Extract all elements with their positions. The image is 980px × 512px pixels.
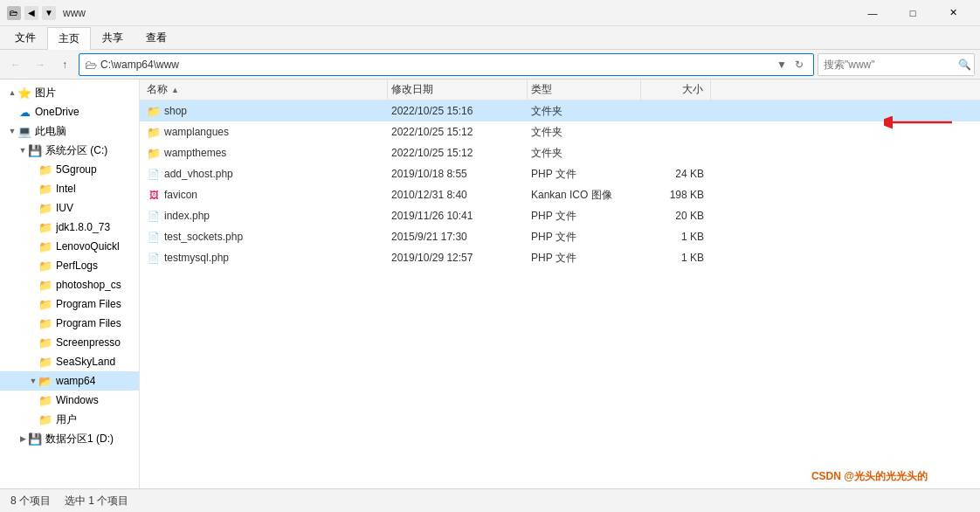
sidebar-item-programfiles[interactable]: 📁 Program Files — [0, 294, 139, 314]
sidebar-item-jdk[interactable]: 📁 jdk1.8.0_73 — [0, 218, 139, 237]
col-name-label: 名称 — [147, 82, 168, 97]
expand-spacer4 — [28, 203, 38, 213]
file-cell-type: 文件夹 — [528, 146, 641, 161]
sidebar-item-windows[interactable]: 📁 Windows — [0, 391, 139, 410]
file-name: index.php — [164, 210, 210, 222]
folder-icon-screenpresso: 📁 — [38, 336, 52, 349]
file-cell-size: 198 KB — [641, 189, 711, 201]
folder-icon-perflogs: 📁 — [38, 259, 52, 273]
sidebar-label-screenpresso: Screenpresso — [56, 336, 121, 349]
sidebar-item-cdrive[interactable]: ▼ 💾 系统分区 (C:) — [0, 141, 139, 160]
tab-home[interactable]: 主页 — [47, 27, 91, 50]
sidebar-item-ddrive[interactable]: ▶ 💾 数据分区1 (D:) — [0, 429, 139, 448]
sidebar-label-thispc: 此电脑 — [35, 124, 66, 139]
col-date-label: 修改日期 — [391, 82, 433, 97]
sidebar-item-wamp64[interactable]: ▼ 📂 wamp64 — [0, 371, 139, 391]
item-count: 8 个项目 — [10, 494, 51, 509]
php-icon-testmysql: 📄 — [147, 251, 161, 265]
table-row[interactable]: 📄 index.php 2019/11/26 10:41 PHP 文件 20 K… — [140, 205, 980, 226]
table-row[interactable]: 🖼 favicon 2010/12/31 8:40 Kankan ICO 图像 … — [140, 184, 980, 205]
tab-file[interactable]: 文件 — [3, 26, 47, 49]
col-header-date[interactable]: 修改日期 — [388, 80, 528, 100]
table-row[interactable]: 📁 wamplangues 2022/10/25 15:12 文件夹 — [140, 121, 980, 142]
expand-spacer8 — [28, 280, 38, 290]
table-row[interactable]: 📄 test_sockets.php 2015/9/21 17:30 PHP 文… — [140, 226, 980, 247]
up-button[interactable]: ↑ — [54, 54, 75, 75]
expand-icon-thispc: ▼ — [7, 126, 17, 136]
col-header-type[interactable]: 类型 — [528, 80, 641, 100]
folder-icon-wampthemes: 📁 — [147, 146, 161, 160]
sidebar-item-screenpresso[interactable]: 📁 Screenpresso — [0, 333, 139, 352]
sidebar-label-seasky: SeaSkyLand — [56, 356, 115, 368]
expand-spacer12 — [28, 356, 38, 367]
sidebar-item-intel[interactable]: 📁 Intel — [0, 179, 139, 198]
file-cell-name: 📄 index.php — [143, 209, 388, 223]
sidebar-item-seasky[interactable]: 📁 SeaSkyLand — [0, 352, 139, 371]
sidebar-item-onedrive[interactable]: ☁ OneDrive — [0, 102, 139, 121]
file-name: test_sockets.php — [164, 231, 243, 243]
col-header-size[interactable]: 大小 — [641, 80, 711, 100]
file-list: 📁 shop 2022/10/25 15:16 文件夹 📁 wamplangue… — [140, 100, 980, 488]
tab-share[interactable]: 共享 — [91, 26, 135, 49]
table-row[interactable]: 📁 shop 2022/10/25 15:16 文件夹 — [140, 100, 980, 121]
minimize-button[interactable]: — — [852, 0, 893, 26]
file-cell-name: 📄 add_vhost.php — [143, 167, 388, 181]
sidebar-label-users: 用户 — [56, 412, 77, 427]
forward-button[interactable]: → — [30, 54, 51, 75]
search-box[interactable]: 🔍 — [818, 53, 975, 76]
sidebar-label-onedrive: OneDrive — [35, 106, 79, 118]
file-cell-date: 2022/10/25 15:12 — [388, 147, 528, 159]
search-icon: 🔍 — [958, 59, 971, 71]
php-icon-addvhost: 📄 — [147, 167, 161, 181]
close-button[interactable]: ✕ — [933, 0, 973, 26]
file-cell-size: 20 KB — [641, 210, 711, 222]
file-cell-type: 文件夹 — [528, 104, 641, 119]
quick-access-icon[interactable]: ◀ — [24, 6, 38, 20]
sidebar-item-5ggroup[interactable]: 📁 5Ggroup — [0, 160, 139, 179]
sidebar-item-iuv[interactable]: 📁 IUV — [0, 198, 139, 218]
file-cell-type: PHP 文件 — [528, 209, 641, 224]
expand-spacer5 — [28, 222, 38, 232]
sidebar-item-perflogs[interactable]: 📁 PerfLogs — [0, 256, 139, 275]
tab-view[interactable]: 查看 — [135, 26, 178, 49]
table-row[interactable]: 📄 add_vhost.php 2019/10/18 8:55 PHP 文件 2… — [140, 163, 980, 184]
sidebar-label-pfx86: Program Files — [56, 317, 121, 329]
ribbon: 文件 主页 共享 查看 — [0, 26, 980, 50]
file-name: favicon — [164, 189, 197, 201]
sidebar-label-jdk: jdk1.8.0_73 — [56, 221, 110, 233]
sidebar-item-thispc[interactable]: ▼ 💻 此电脑 — [0, 121, 139, 141]
selected-count: 选中 1 个项目 — [65, 494, 128, 509]
col-type-label: 类型 — [531, 82, 552, 97]
php-icon-index: 📄 — [147, 209, 161, 223]
file-cell-date: 2019/10/29 12:57 — [388, 252, 528, 264]
onedrive-icon: ☁ — [17, 105, 31, 119]
quick-access-header[interactable]: ▲ ⭐ 图片 — [0, 83, 139, 102]
php-icon-testsockets: 📄 — [147, 230, 161, 244]
sidebar-label-pf: Program Files — [56, 298, 121, 310]
address-dropdown[interactable]: ▼ — [773, 56, 790, 73]
quick-access-icon2[interactable]: ▼ — [42, 6, 56, 20]
folder-icon-jdk: 📁 — [38, 220, 52, 234]
sidebar-label-wamp64: wamp64 — [56, 375, 95, 387]
sidebar-label-intel: Intel — [56, 183, 76, 195]
col-header-name[interactable]: 名称 ▲ — [143, 80, 388, 100]
status-bar: 8 个项目 选中 1 个项目 — [0, 488, 980, 512]
address-box[interactable]: 🗁 C:\wamp64\www ▼ ↻ — [79, 53, 814, 76]
file-name: shop — [164, 105, 187, 117]
sidebar-item-programfilesx86[interactable]: 📁 Program Files — [0, 314, 139, 333]
sidebar-item-photoshop[interactable]: 📁 photoshop_cs — [0, 275, 139, 294]
sidebar-item-lenovo[interactable]: 📁 LenovoQuickl — [0, 237, 139, 256]
title-bar-text: www — [63, 7, 852, 19]
maximize-button[interactable]: □ — [893, 0, 933, 26]
folder-icon-seasky: 📁 — [38, 355, 52, 369]
expand-spacer15 — [28, 414, 38, 425]
table-row[interactable]: 📁 wampthemes 2022/10/25 15:12 文件夹 — [140, 142, 980, 163]
back-button[interactable]: ← — [5, 54, 26, 75]
table-row[interactable]: 📄 testmysql.php 2019/10/29 12:57 PHP 文件 … — [140, 247, 980, 268]
file-cell-name: 📄 test_sockets.php — [143, 230, 388, 244]
file-cell-date: 2010/12/31 8:40 — [388, 189, 528, 201]
sidebar-item-users[interactable]: 📁 用户 — [0, 410, 139, 429]
folder-icon-users: 📁 — [38, 412, 52, 426]
search-input[interactable] — [824, 59, 955, 71]
address-refresh[interactable]: ↻ — [790, 56, 808, 73]
